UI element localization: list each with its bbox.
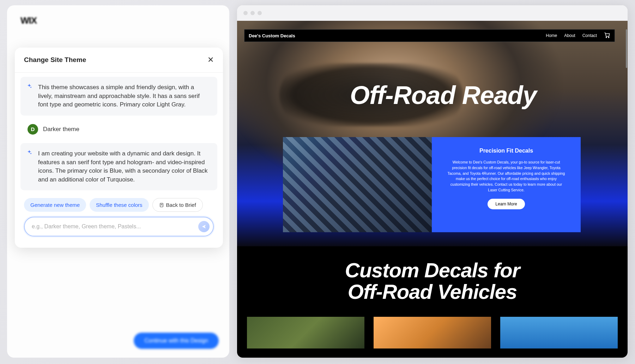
send-icon xyxy=(201,224,206,229)
user-message-text: Darker theme xyxy=(43,126,79,133)
learn-more-button[interactable]: Learn More xyxy=(488,199,525,209)
info-box: Precision Fit Decals Welcome to Dee's Cu… xyxy=(432,137,581,232)
site-nav-links: Home About Contact xyxy=(546,32,610,39)
dialog-header: Change Site Theme ✕ xyxy=(15,48,223,73)
user-avatar: D xyxy=(28,124,38,135)
continue-button[interactable]: Continue with this Design xyxy=(134,333,219,349)
ai-message-text: This theme showcases a simple and friend… xyxy=(38,83,210,109)
svg-point-1 xyxy=(606,37,607,37)
traffic-light-icon xyxy=(243,11,248,15)
nav-link-home[interactable]: Home xyxy=(546,33,557,38)
dialog-title: Change Site Theme xyxy=(24,56,86,64)
nav-link-about[interactable]: About xyxy=(564,33,575,38)
user-message-row: D Darker theme xyxy=(20,116,217,139)
product-card[interactable] xyxy=(374,317,491,348)
generate-theme-button[interactable]: Generate new theme xyxy=(24,198,86,212)
site-logo[interactable]: Dee's Custom Decals xyxy=(249,33,295,38)
svg-point-2 xyxy=(608,37,609,37)
theme-input[interactable] xyxy=(32,223,198,230)
section2-title-line2: Off-Road Vehicles xyxy=(247,281,618,303)
back-to-brief-label: Back to Brief xyxy=(166,202,196,208)
preview-browser: Dee's Custom Decals Home About Contact O… xyxy=(237,5,628,358)
theme-input-row xyxy=(20,217,217,242)
ai-message-card: This theme showcases a simple and friend… xyxy=(20,77,217,116)
shuffle-colors-button[interactable]: Shuffle these colors xyxy=(90,198,149,212)
info-heading: Precision Fit Decals xyxy=(479,148,533,154)
send-button[interactable] xyxy=(198,221,210,232)
product-card[interactable] xyxy=(247,317,364,348)
hero-title: Off-Road Ready xyxy=(350,81,537,110)
product-card[interactable] xyxy=(500,317,618,348)
ai-message-card: I am creating your website with a dynami… xyxy=(20,143,217,191)
sparkle-icon xyxy=(26,83,32,90)
traffic-light-icon xyxy=(250,11,255,15)
close-icon: ✕ xyxy=(207,55,214,64)
site-preview[interactable]: Dee's Custom Decals Home About Contact O… xyxy=(237,21,628,358)
close-button[interactable]: ✕ xyxy=(207,55,214,64)
document-icon xyxy=(159,203,164,208)
back-to-brief-button[interactable]: Back to Brief xyxy=(152,198,203,212)
hero-section: Dee's Custom Decals Home About Contact O… xyxy=(237,21,628,246)
sparkle-icon xyxy=(26,149,32,156)
ai-message-text: I am creating your website with a dynami… xyxy=(38,149,210,184)
cart-icon[interactable] xyxy=(604,32,610,39)
info-text: Welcome to Dee's Custom Decals, your go-… xyxy=(446,160,567,193)
decals-section: Custom Decals for Off-Road Vehicles xyxy=(237,246,628,358)
product-card-row xyxy=(247,317,618,348)
scrollbar-thumb[interactable] xyxy=(626,29,627,68)
browser-chrome xyxy=(237,5,628,21)
section2-title: Custom Decals for Off-Road Vehicles xyxy=(247,260,618,303)
dialog-body: This theme showcases a simple and friend… xyxy=(15,77,223,248)
hero-info-group: Precision Fit Decals Welcome to Dee's Cu… xyxy=(283,137,581,232)
traffic-light-icon xyxy=(258,11,262,15)
theme-input-wrap[interactable] xyxy=(24,217,214,236)
section2-title-line1: Custom Decals for xyxy=(247,260,618,281)
pattern-image xyxy=(283,137,432,232)
site-navbar: Dee's Custom Decals Home About Contact xyxy=(244,29,615,42)
dialog-actions: Generate new theme Shuffle these colors … xyxy=(20,190,217,217)
change-theme-dialog: Change Site Theme ✕ This theme showcases… xyxy=(15,48,223,248)
nav-link-contact[interactable]: Contact xyxy=(582,33,597,38)
brand-logo: WIX xyxy=(20,15,216,26)
